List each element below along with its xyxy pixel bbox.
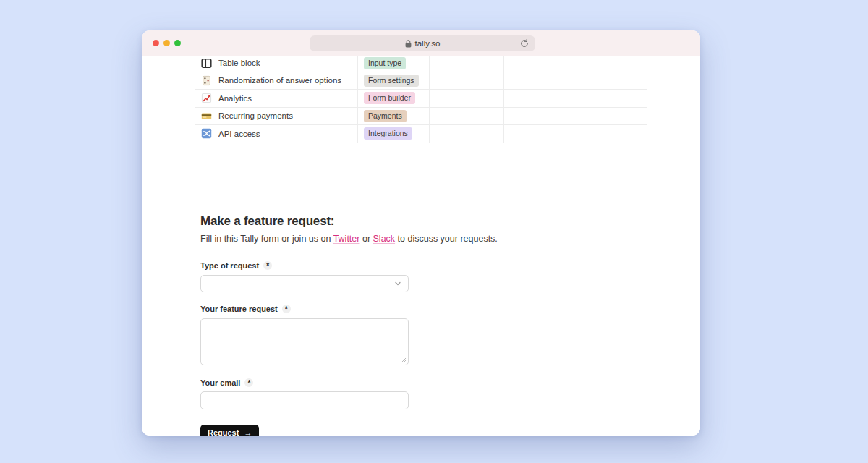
empty-cell <box>430 90 504 107</box>
game-die-icon <box>201 75 212 86</box>
submit-label: Request <box>208 428 239 436</box>
page-content: Table block Input type <box>142 56 700 436</box>
field-label-text: Your feature request <box>200 305 278 313</box>
table-row: Table block Input type <box>195 54 647 72</box>
feature-name: Analytics <box>218 94 252 103</box>
email-label: Your email * <box>200 378 253 387</box>
feature-name: API access <box>218 129 260 138</box>
subtitle-text: to discuss your requests. <box>395 234 498 244</box>
category-cell: Form builder <box>358 90 430 107</box>
empty-cell <box>504 108 647 125</box>
browser-window: tally.so Table block <box>142 30 700 436</box>
resize-grip-icon[interactable] <box>401 357 407 363</box>
lock-icon <box>405 40 412 48</box>
features-table: Table block Input type <box>195 54 647 143</box>
required-icon: * <box>244 378 253 387</box>
table-columns-icon <box>201 58 212 69</box>
empty-cell <box>430 55 504 72</box>
address-text: tally.so <box>415 39 441 48</box>
chart-up-icon <box>201 93 212 103</box>
empty-cell <box>504 55 647 72</box>
subtitle-text: Fill in this Tally form or join us on <box>200 234 333 244</box>
required-icon: * <box>282 305 291 313</box>
address-bar[interactable]: tally.so <box>310 35 535 51</box>
section-subtitle: Fill in this Tally form or join us on Tw… <box>200 234 498 244</box>
email-input[interactable] <box>200 391 409 409</box>
zoom-window-button[interactable] <box>174 40 181 46</box>
section-heading: Make a feature request: <box>200 214 334 229</box>
table-row: Randomization of answer options Form set… <box>195 72 647 90</box>
type-of-request-label: Type of request * <box>200 261 272 270</box>
category-cell: Form settings <box>358 72 430 90</box>
credit-card-icon <box>201 111 212 122</box>
feature-name: Recurring payments <box>218 111 293 120</box>
category-badge: Form settings <box>364 75 419 87</box>
empty-cell <box>430 125 504 143</box>
browser-titlebar: tally.so <box>142 30 700 56</box>
empty-cell <box>430 108 504 125</box>
minimize-window-button[interactable] <box>163 40 170 46</box>
table-row: Analytics Form builder <box>195 90 647 108</box>
feature-request-label: Your feature request * <box>200 305 291 313</box>
arrow-right-icon: → <box>244 428 252 436</box>
category-badge: Integrations <box>364 127 412 140</box>
feature-cell: Analytics <box>195 90 358 107</box>
empty-cell <box>504 72 647 90</box>
category-badge: Input type <box>364 57 406 69</box>
empty-cell <box>430 72 504 90</box>
category-badge: Form builder <box>364 92 415 104</box>
empty-cell <box>504 125 647 143</box>
feature-name: Table block <box>218 59 260 67</box>
feature-cell: API access <box>195 125 358 143</box>
feature-name: Randomization of answer options <box>218 76 341 85</box>
feature-cell: Table block <box>195 55 358 72</box>
reload-icon[interactable] <box>519 38 529 48</box>
shuffle-icon <box>201 128 212 139</box>
category-cell: Integrations <box>358 125 430 143</box>
feature-request-textarea[interactable] <box>200 318 409 365</box>
required-icon: * <box>263 261 272 270</box>
twitter-link[interactable]: Twitter <box>333 234 360 244</box>
category-badge: Payments <box>364 110 407 122</box>
category-cell: Input type <box>358 55 430 72</box>
table-row: API access Integrations <box>195 125 647 143</box>
traffic-lights <box>153 40 181 46</box>
table-row: Recurring payments Payments <box>195 108 647 126</box>
category-cell: Payments <box>358 108 430 125</box>
subtitle-text: or <box>359 234 373 244</box>
feature-cell: Randomization of answer options <box>195 72 358 90</box>
field-label-text: Your email <box>200 378 240 387</box>
field-label-text: Type of request <box>200 261 259 270</box>
feature-cell: Recurring payments <box>195 108 358 125</box>
close-window-button[interactable] <box>153 40 159 46</box>
request-submit-button[interactable]: Request → <box>200 425 259 436</box>
empty-cell <box>504 90 647 107</box>
type-of-request-select[interactable] <box>200 275 409 292</box>
slack-link[interactable]: Slack <box>373 234 396 244</box>
chevron-down-icon <box>394 280 401 287</box>
